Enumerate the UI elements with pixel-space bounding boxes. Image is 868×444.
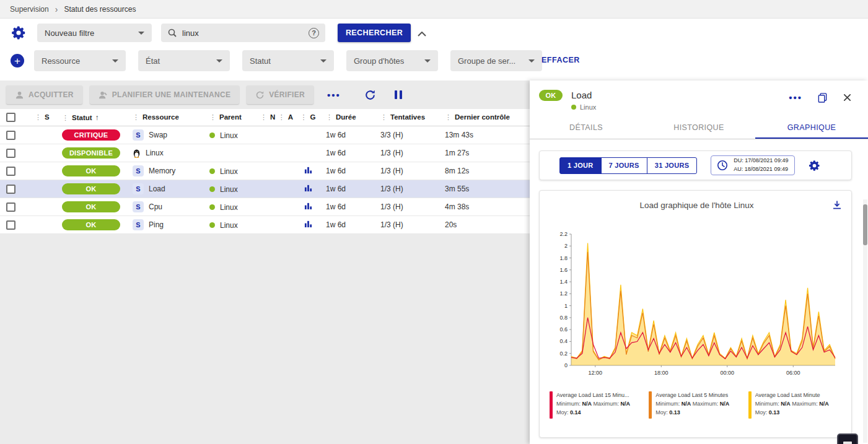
- table-row-cpu[interactable]: OKSCpuLinux1w 6d1/3 (H)4m 38s: [0, 198, 530, 216]
- search-button[interactable]: RECHERCHER: [338, 24, 411, 42]
- duration-cell: 1w 6d: [320, 162, 374, 180]
- refresh-icon[interactable]: [364, 89, 376, 101]
- table-row-ping[interactable]: OKSPingLinux1w 6d1/3 (H)20s: [0, 216, 530, 234]
- row-checkbox[interactable]: [6, 167, 15, 176]
- legend-item[interactable]: Average Load Last MinuteMinimum: N/A Max…: [748, 391, 841, 419]
- criteria-dropdown-service-group[interactable]: Groupe de ser...: [450, 50, 542, 71]
- column-drag-icon[interactable]: ⋮: [260, 113, 267, 121]
- column-header-duree[interactable]: ⋮Durée: [320, 109, 374, 126]
- parent-name[interactable]: Linux: [220, 202, 238, 211]
- column-drag-icon[interactable]: ⋮: [133, 113, 139, 121]
- column-header-dernier-controle[interactable]: ⋮Dernier contrôle: [439, 109, 530, 126]
- column-header-a[interactable]: ⋮A: [275, 109, 296, 126]
- table-row-memory[interactable]: OKSMemoryLinux1w 6d1/3 (H)8m 12s: [0, 162, 530, 180]
- panel-more-actions-icon[interactable]: •••: [789, 92, 802, 103]
- column-label: Ressource: [142, 113, 179, 121]
- search-box[interactable]: ?: [161, 24, 325, 42]
- help-icon[interactable]: ?: [309, 28, 319, 38]
- column-header-g[interactable]: ⋮G: [296, 109, 320, 126]
- graph-icon[interactable]: [304, 184, 312, 192]
- panel-scrollbar-thumb[interactable]: [863, 204, 867, 245]
- column-drag-icon[interactable]: ⋮: [326, 113, 333, 121]
- graph-icon[interactable]: [304, 202, 312, 210]
- column-drag-icon[interactable]: ⋮: [62, 114, 69, 121]
- close-panel-icon[interactable]: [843, 93, 852, 102]
- criteria-dropdown-host-group[interactable]: Group d'hôtes: [346, 50, 438, 71]
- column-header-ressource[interactable]: ⋮Ressource: [126, 109, 203, 126]
- range-button-7-jours[interactable]: 7 JOURS: [601, 157, 647, 174]
- pause-icon[interactable]: [395, 90, 402, 99]
- parent-name[interactable]: Linux: [220, 167, 238, 175]
- maintenance-button[interactable]: PLANIFIER UNE MAINTENANCE: [90, 85, 240, 104]
- more-actions-icon[interactable]: •••: [327, 90, 341, 100]
- search-input[interactable]: [182, 28, 304, 38]
- resource-name[interactable]: Memory: [149, 167, 175, 175]
- parent-name[interactable]: Linux: [220, 131, 238, 139]
- panel-content: 1 JOUR7 JOURS31 JOURS DU: 17/08/2021 09:…: [530, 140, 868, 444]
- acknowledge-button[interactable]: ACQUITTER: [6, 85, 82, 104]
- table-row-load[interactable]: OKSLoadLinux1w 6d1/3 (H)3m 55s: [0, 180, 530, 198]
- row-checkbox[interactable]: [6, 185, 15, 194]
- tries-cell: 1/3 (H): [374, 216, 439, 234]
- row-checkbox[interactable]: [6, 131, 15, 140]
- parent-name[interactable]: Linux: [220, 185, 238, 193]
- saved-filter-dropdown[interactable]: Nouveau filtre: [37, 24, 152, 42]
- resources-table-body: CRITIQUESSwapLinux1w 6d3/3 (H)13m 43sDIS…: [0, 126, 530, 234]
- range-button-31-jours[interactable]: 31 JOURS: [647, 157, 698, 174]
- add-criteria-icon[interactable]: +: [11, 54, 24, 67]
- column-header-parent[interactable]: ⋮Parent: [203, 109, 258, 126]
- select-all-checkbox[interactable]: [6, 113, 15, 122]
- column-drag-icon[interactable]: ⋮: [209, 113, 216, 121]
- column-header-n[interactable]: ⋮N: [258, 109, 275, 126]
- row-checkbox[interactable]: [6, 202, 15, 212]
- last-check-cell: 4m 38s: [439, 198, 530, 216]
- criteria-dropdown-status[interactable]: Statut: [242, 50, 334, 71]
- column-label: Statut: [72, 114, 92, 121]
- legend-item[interactable]: Average Load Last 15 Minu...Minimum: N/A…: [550, 391, 642, 419]
- parent-name[interactable]: Linux: [220, 220, 238, 229]
- row-checkbox[interactable]: [6, 220, 15, 230]
- column-drag-icon[interactable]: ⋮: [278, 113, 285, 121]
- status-dot: [209, 222, 215, 228]
- maintenance-icon: [99, 90, 108, 100]
- sort-asc-icon[interactable]: ↑: [95, 113, 99, 122]
- clear-filters-button[interactable]: EFFACER: [541, 56, 580, 64]
- duration-cell: 1w 6d: [320, 144, 374, 162]
- graph-settings-gear-icon[interactable]: [809, 160, 820, 172]
- column-drag-icon[interactable]: ⋮: [445, 113, 452, 121]
- graph-icon[interactable]: [304, 220, 312, 228]
- column-drag-icon[interactable]: ⋮: [380, 113, 387, 121]
- collapse-filters-icon[interactable]: [418, 28, 426, 39]
- resource-name[interactable]: Load: [149, 185, 165, 193]
- filter-settings-gear-icon[interactable]: [11, 25, 26, 43]
- breadcrumb-supervision[interactable]: Supervision: [10, 5, 49, 14]
- criteria-dropdowns: RessourceÉtatStatutGroup d'hôtesGroupe d…: [34, 50, 542, 71]
- column-drag-icon[interactable]: ⋮: [300, 113, 307, 121]
- column-header-severity[interactable]: ⋮S: [28, 109, 56, 126]
- criteria-dropdown-state[interactable]: État: [138, 50, 230, 71]
- column-header-statut[interactable]: ⋮Statut↑: [56, 109, 126, 126]
- table-row-linux[interactable]: DISPONIBLELinux1w 6d1/3 (H)1m 27s: [0, 144, 530, 162]
- row-checkbox[interactable]: [6, 149, 15, 158]
- svg-text:2.2: 2.2: [559, 231, 568, 237]
- table-row-swap[interactable]: CRITIQUESSwapLinux1w 6d3/3 (H)13m 43s: [0, 126, 530, 144]
- resource-name[interactable]: Swap: [149, 131, 167, 139]
- chevron-down-icon: [216, 59, 222, 63]
- column-drag-icon[interactable]: ⋮: [35, 113, 42, 121]
- svg-text:1.8: 1.8: [559, 255, 568, 261]
- resource-name[interactable]: Ping: [149, 220, 164, 229]
- tab-history[interactable]: HISTORIQUE: [642, 117, 755, 139]
- graph-icon[interactable]: [304, 166, 312, 174]
- export-graph-icon[interactable]: [831, 199, 843, 211]
- tab-graph[interactable]: GRAPHIQUE: [755, 117, 868, 139]
- check-button[interactable]: VÉRIFIER: [247, 85, 313, 104]
- column-header-tentatives[interactable]: ⋮Tentatives: [374, 109, 439, 126]
- criteria-dropdown-resource[interactable]: Ressource: [34, 50, 126, 71]
- custom-period-box[interactable]: DU: 17/08/2021 09:49 AU: 18/08/2021 09:4…: [711, 155, 795, 175]
- resource-name[interactable]: Cpu: [149, 202, 162, 211]
- legend-item[interactable]: Average Load Last 5 MinutesMinimum: N/A …: [649, 391, 742, 419]
- copy-link-icon[interactable]: [817, 92, 828, 103]
- tab-details[interactable]: DÉTAILS: [530, 117, 642, 139]
- resource-name[interactable]: Linux: [146, 149, 164, 157]
- range-button-1-jour[interactable]: 1 JOUR: [559, 157, 602, 174]
